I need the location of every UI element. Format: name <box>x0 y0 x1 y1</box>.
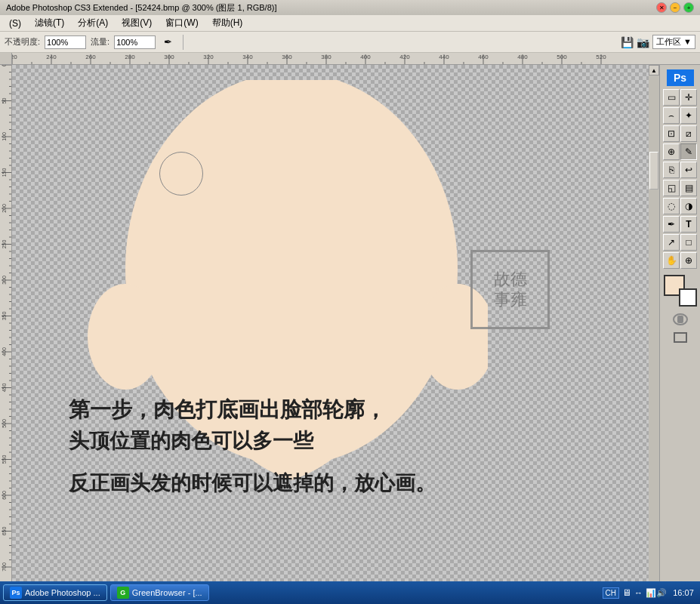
separator <box>183 35 183 50</box>
text-line-2: 头顶位置的肉色可以多一些 <box>69 426 436 457</box>
titlebar: Adobe Photoshop CS3 Extended - [52424.bm… <box>0 0 700 15</box>
text-line-1: 第一步，肉色打底画出脸部轮廓， <box>69 394 436 426</box>
tool-row-5: ⎘ ↩ <box>663 162 697 178</box>
tool-row-1: ▭ ✛ <box>663 89 697 106</box>
photoshop-taskbar-button[interactable]: Ps Adobe Photoshop ... <box>3 584 107 601</box>
workspace-button[interactable]: 工作区 ▼ <box>652 35 695 49</box>
scroll-thumb-v[interactable] <box>649 152 658 190</box>
system-tray: CH 🖥 ↔ 📊🔊 16:07 <box>603 587 697 599</box>
heal-tool-button[interactable]: ⊕ <box>663 143 680 160</box>
opacity-input[interactable] <box>45 35 86 49</box>
canvas-with-ruler: 第一步，肉色打底画出脸部轮廓， 头顶位置的肉色可以多一些 反正画头发的时候可以遮… <box>0 65 700 596</box>
gradient-tool-button[interactable]: ▤ <box>680 180 697 196</box>
airbrush-icon[interactable]: ✒ <box>160 35 175 50</box>
blur-tool-button[interactable]: ◌ <box>663 198 680 214</box>
pen-tool-button[interactable]: ✒ <box>663 216 680 233</box>
scroll-track-v[interactable] <box>649 76 659 586</box>
tool-row-9: ↗ □ <box>663 234 697 251</box>
watermark-text: 故德事雍 <box>494 270 527 310</box>
browser-icon: G <box>117 587 129 599</box>
background-color[interactable] <box>679 288 697 307</box>
system-clock: 16:07 <box>670 588 697 597</box>
options-bar: 不透明度: 流量: ✒ 💾 📷 工作区 ▼ <box>0 32 700 53</box>
stamp-tool-button[interactable]: ⎘ <box>663 162 680 178</box>
dodge-tool-button[interactable]: ◑ <box>680 198 697 214</box>
vertical-ruler <box>0 65 12 596</box>
path-select-button[interactable]: ↗ <box>663 234 680 251</box>
watermark-stamp: 故德事雍 <box>470 250 550 329</box>
slice-tool-button[interactable]: ⧄ <box>680 125 697 142</box>
brush-tool-button[interactable]: ✎ <box>680 143 697 160</box>
tool-row-8: ✒ T <box>663 216 697 233</box>
vertical-scrollbar[interactable]: ▲ ▼ <box>649 65 659 596</box>
network-icon: 🖥 <box>622 587 631 598</box>
ps-logo: Ps <box>667 69 694 86</box>
menu-item-window[interactable]: 窗口(W) <box>159 15 204 31</box>
tool-row-10: ✋ ⊕ <box>663 252 697 269</box>
menu-item-help[interactable]: 帮助(H) <box>206 15 249 31</box>
menu-item-s[interactable]: (S) <box>3 17 27 30</box>
ruler-area <box>0 53 700 65</box>
flow-label: 流量: <box>91 36 109 48</box>
mask-mode-button[interactable] <box>664 311 697 328</box>
maximize-button[interactable]: + <box>683 2 694 13</box>
scroll-up-arrow[interactable]: ▲ <box>649 65 659 76</box>
right-tool-panel: Ps ▭ ✛ ⌢ ✦ ⊡ ⧄ ⊕ ✎ ⎘ ↩ <box>659 65 700 596</box>
type-tool-button[interactable]: T <box>680 216 697 233</box>
shape-tool-button[interactable]: □ <box>680 234 697 251</box>
photoshop-icon: Ps <box>10 587 22 599</box>
menu-item-filter[interactable]: 滤镜(T) <box>29 15 70 31</box>
taskbar: Ps Adobe Photoshop ... G GreenBrowser - … <box>0 581 700 604</box>
tool-row-6: ◱ ▤ <box>663 180 697 196</box>
eraser-tool-button[interactable]: ◱ <box>663 180 680 196</box>
magic-wand-button[interactable]: ✦ <box>680 107 697 124</box>
canvas-area[interactable]: 第一步，肉色打底画出脸部轮廓， 头顶位置的肉色可以多一些 反正画头发的时候可以遮… <box>12 65 659 596</box>
text-line-3: 反正画头发的时候可以遮掉的，放心画。 <box>69 468 436 499</box>
marquee-tool-button[interactable]: ▭ <box>663 89 680 106</box>
color-swatches <box>664 275 697 307</box>
tool-row-4: ⊕ ✎ <box>663 143 697 160</box>
wifi-icon: ↔ <box>634 588 643 597</box>
zoom-tool-button[interactable]: ⊕ <box>680 252 697 269</box>
menu-item-analysis[interactable]: 分析(A) <box>72 15 114 31</box>
move-tool-button[interactable]: ✛ <box>680 89 697 106</box>
screen-mode-button[interactable] <box>664 329 697 346</box>
horizontal-ruler <box>12 53 700 65</box>
history-brush-button[interactable]: ↩ <box>680 162 697 178</box>
hand-tool-button[interactable]: ✋ <box>663 252 680 269</box>
close-button[interactable]: ✕ <box>656 2 667 13</box>
tool-row-7: ◌ ◑ <box>663 198 697 214</box>
instruction-text: 第一步，肉色打底画出脸部轮廓， 头顶位置的肉色可以多一些 反正画头发的时候可以遮… <box>69 394 436 498</box>
camera-icon[interactable]: 📷 <box>637 36 649 48</box>
titlebar-title: Adobe Photoshop CS3 Extended - [52424.bm… <box>6 2 276 14</box>
flow-input[interactable] <box>114 35 156 49</box>
ruler-corner <box>0 53 12 65</box>
save-icon[interactable]: 💾 <box>621 36 634 48</box>
crop-tool-button[interactable]: ⊡ <box>663 125 680 142</box>
tool-row-3: ⊡ ⧄ <box>663 125 697 142</box>
window-controls: ✕ − + <box>656 2 694 13</box>
canvas-wrapper: 第一步，肉色打底画出脸部轮廓， 头顶位置的肉色可以多一些 反正画头发的时候可以遮… <box>0 53 700 596</box>
minimize-button[interactable]: − <box>670 2 680 13</box>
opacity-label: 不透明度: <box>5 36 40 48</box>
tool-row-2: ⌢ ✦ <box>663 107 697 124</box>
tray-icons: 📊🔊 <box>646 588 667 598</box>
menu-item-view[interactable]: 视图(V) <box>116 15 158 31</box>
kb-indicator: CH <box>603 587 619 599</box>
browser-taskbar-button[interactable]: G GreenBrowser - [... <box>110 584 209 601</box>
photoshop-taskbar-label: Adobe Photoshop ... <box>25 588 100 597</box>
lasso-tool-button[interactable]: ⌢ <box>663 107 680 124</box>
browser-taskbar-label: GreenBrowser - [... <box>132 588 202 597</box>
menubar: (S) 滤镜(T) 分析(A) 视图(V) 窗口(W) 帮助(H) <box>0 15 700 32</box>
svg-point-1 <box>88 284 163 390</box>
ps-logo-text: Ps <box>674 72 686 84</box>
